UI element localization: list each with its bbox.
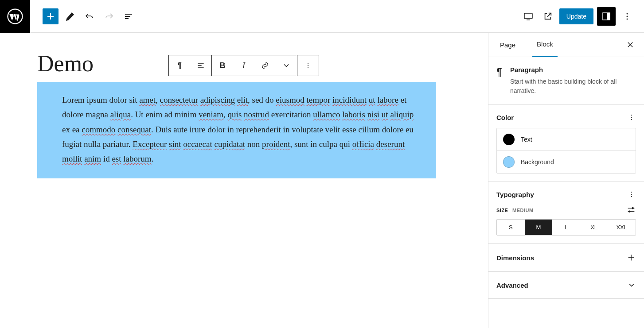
tab-block[interactable]: Block	[532, 33, 558, 57]
paragraph-icon: ¶	[496, 66, 502, 96]
svg-point-8	[308, 65, 308, 66]
background-color-swatch	[503, 156, 515, 168]
sliders-icon	[626, 205, 636, 215]
align-icon	[196, 61, 205, 70]
svg-point-9	[308, 67, 308, 68]
svg-point-7	[308, 63, 308, 64]
dimensions-panel[interactable]: Dimensions	[488, 244, 644, 272]
block-name: Paragraph	[510, 66, 636, 73]
kebab-icon	[304, 61, 312, 70]
text-color-button[interactable]: Text	[497, 128, 636, 150]
italic-button[interactable]: I	[233, 55, 254, 76]
settings-sidebar: Page Block ¶ Paragraph Start with the ba…	[488, 33, 644, 328]
top-toolbar: Update	[0, 0, 644, 33]
add-block-button[interactable]	[43, 8, 59, 24]
bold-icon: B	[220, 61, 226, 70]
size-button-s[interactable]: S	[497, 220, 525, 235]
color-panel-options[interactable]	[627, 113, 636, 122]
settings-toggle-button[interactable]	[597, 7, 616, 26]
paragraph-block[interactable]: Lorem ipsum dolor sit amet, consectetur …	[37, 82, 436, 178]
advanced-title: Advanced	[496, 282, 528, 289]
kebab-icon	[627, 190, 636, 199]
align-button[interactable]	[190, 55, 211, 76]
advanced-panel[interactable]: Advanced	[488, 272, 644, 299]
block-description: Start with the basic building block of a…	[510, 77, 636, 96]
size-buttons: SMLXLXXL	[496, 219, 636, 235]
svg-point-14	[631, 194, 632, 195]
color-panel-title: Color	[496, 114, 514, 121]
view-button[interactable]	[520, 8, 536, 24]
block-options-button[interactable]	[297, 55, 319, 76]
undo-button[interactable]	[82, 8, 98, 24]
close-sidebar-button[interactable]	[624, 38, 637, 51]
editor-canvas[interactable]: Demo ¶ B I	[0, 33, 488, 328]
text-color-label: Text	[521, 136, 532, 143]
link-icon	[261, 61, 269, 70]
svg-point-13	[631, 192, 632, 193]
kebab-icon	[627, 113, 636, 122]
document-overview-button[interactable]	[121, 8, 137, 24]
link-button[interactable]	[254, 55, 276, 76]
chevron-down-icon	[627, 281, 636, 289]
plus-icon	[626, 253, 636, 262]
wordpress-logo[interactable]	[0, 0, 30, 33]
block-toolbar: ¶ B I	[168, 55, 319, 76]
color-panel: Color Text Background	[488, 105, 644, 182]
background-color-label: Background	[521, 158, 554, 166]
options-button[interactable]	[619, 8, 635, 24]
size-button-xxl[interactable]: XXL	[608, 220, 636, 235]
preview-button[interactable]	[540, 8, 556, 24]
block-type-button[interactable]: ¶	[169, 55, 190, 76]
close-icon	[626, 41, 634, 49]
svg-rect-3	[607, 13, 610, 20]
typography-panel-title: Typography	[496, 191, 534, 198]
paragraph-text[interactable]: Lorem ipsum dolor sit amet, consectetur …	[62, 93, 418, 166]
redo-button	[101, 8, 117, 24]
svg-point-15	[631, 196, 632, 197]
svg-point-4	[627, 13, 628, 14]
more-formatting-button[interactable]	[276, 55, 297, 76]
block-info: ¶ Paragraph Start with the basic buildin…	[488, 57, 644, 105]
dimensions-title: Dimensions	[496, 254, 534, 262]
paragraph-icon: ¶	[177, 61, 182, 70]
size-button-m[interactable]: M	[525, 220, 553, 235]
svg-point-11	[631, 117, 632, 118]
text-color-swatch	[503, 134, 515, 145]
svg-point-17	[628, 210, 631, 212]
update-button[interactable]: Update	[559, 8, 593, 24]
chevron-down-icon	[282, 61, 291, 70]
svg-point-16	[632, 207, 634, 209]
background-color-button[interactable]: Background	[497, 150, 636, 173]
bold-button[interactable]: B	[212, 55, 233, 76]
size-label: SIZE	[496, 208, 508, 213]
svg-point-10	[631, 115, 632, 116]
italic-icon: I	[242, 61, 245, 70]
typography-panel-options[interactable]	[627, 190, 636, 199]
tools-button[interactable]	[62, 8, 78, 24]
svg-point-12	[631, 119, 632, 120]
custom-size-button[interactable]	[626, 205, 636, 215]
svg-rect-1	[524, 13, 532, 19]
svg-point-6	[627, 18, 628, 19]
tab-page[interactable]: Page	[496, 33, 520, 57]
typography-panel: Typography SIZE MEDIUM SMLXLXXL	[488, 182, 644, 244]
size-button-xl[interactable]: XL	[580, 220, 608, 235]
size-value: MEDIUM	[512, 208, 534, 213]
svg-point-5	[627, 15, 628, 17]
size-button-l[interactable]: L	[552, 220, 580, 235]
